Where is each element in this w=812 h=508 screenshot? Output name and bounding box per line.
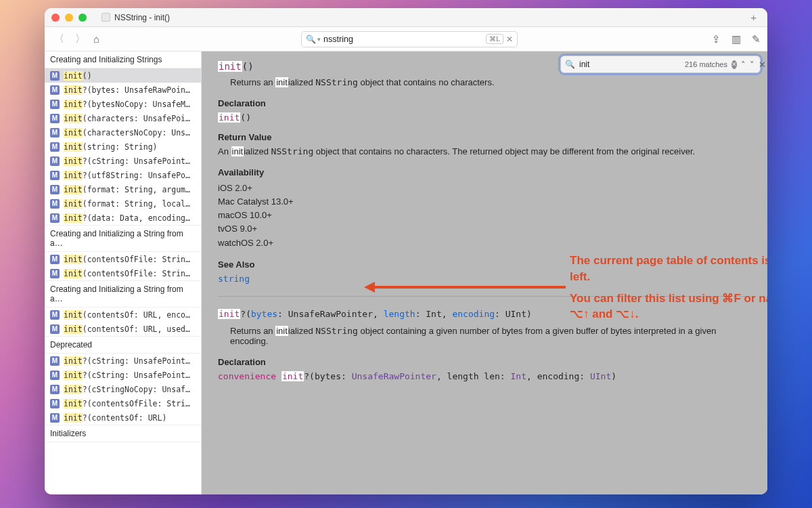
- method-badge-icon: M: [50, 71, 60, 81]
- sidebar-item[interactable]: Minit(contentsOf: URL, enco…: [45, 308, 201, 322]
- sidebar[interactable]: Creating and Initializing StringsMinit()…: [45, 51, 202, 494]
- tab-current[interactable]: NSString - init(): [96, 8, 175, 26]
- sidebar-section-header: Creating and Initializing Strings: [45, 51, 201, 68]
- find-close-button[interactable]: ✕: [759, 60, 766, 70]
- method-badge-icon: M: [50, 310, 60, 320]
- declaration-heading-2: Declaration: [218, 357, 751, 367]
- availability-item: tvOS 9.0+: [218, 222, 751, 236]
- titlebar: NSString - init() +: [45, 8, 767, 27]
- sidebar-item[interactable]: Minit(charactersNoCopy: Uns…: [45, 125, 201, 140]
- close-window-button[interactable]: [51, 14, 60, 22]
- sidebar-item-label: init?(contentsOfFile: Stri…: [64, 399, 190, 408]
- declaration-heading: Declaration: [218, 98, 751, 108]
- sidebar-item[interactable]: Minit?(bytes: UnsafeRawPoin…: [45, 83, 201, 97]
- sidebar-item[interactable]: Minit(format: String, argum…: [45, 182, 201, 196]
- method-badge-icon: M: [50, 371, 60, 380]
- document-icon: [102, 13, 110, 22]
- sidebar-item[interactable]: Minit(contentsOfFile: Strin…: [45, 266, 201, 280]
- sidebar-section-header: Initializers: [45, 425, 201, 442]
- find-bar: 🔍 216 matches ✕ ˄ ˅ ✕: [560, 56, 761, 73]
- sidebar-item[interactable]: Minit?(cString: UnsafePoint…: [45, 368, 201, 382]
- find-clear-button[interactable]: ✕: [731, 60, 737, 69]
- method-badge-icon: M: [50, 199, 60, 209]
- find-match-count: 216 matches: [685, 60, 727, 68]
- availability-item: iOS 2.0+: [218, 182, 751, 195]
- find-input[interactable]: [579, 60, 681, 69]
- sidebar-item-label: init?(bytes: UnsafeRawPoin…: [64, 85, 190, 95]
- sidebar-section-header: Creating and Initializing a String from …: [45, 280, 201, 308]
- share-icon[interactable]: ⇪: [712, 33, 721, 45]
- availability-item: macOS 10.0+: [218, 209, 751, 222]
- bookmarks-icon[interactable]: ▥: [731, 33, 741, 45]
- method-badge-icon: M: [50, 213, 60, 223]
- sidebar-item[interactable]: Minit?(contentsOf: URL): [45, 410, 201, 425]
- toolbar: 〈 〉 ⌂ 🔍 ▾ ⌘L ✕ ⇪ ▥ ✎: [45, 27, 767, 51]
- search-clear-button[interactable]: ✕: [506, 35, 513, 44]
- method-badge-icon: M: [50, 399, 60, 408]
- declaration-code: init(): [218, 112, 751, 123]
- method-badge-icon: M: [50, 185, 60, 194]
- sidebar-item[interactable]: Minit?(cString: UnsafePoint…: [45, 354, 201, 368]
- return-value-heading: Return Value: [218, 132, 751, 142]
- nav-forward-button[interactable]: 〉: [72, 31, 88, 47]
- sidebar-item-label: init?(bytesNoCopy: UnsafeM…: [64, 100, 190, 109]
- sidebar-item-label: init(characters: UnsafePoi…: [64, 114, 190, 123]
- edit-icon[interactable]: ✎: [752, 33, 761, 45]
- return-value-text: An initialized NSString object that cont…: [218, 146, 751, 156]
- sidebar-item[interactable]: Minit(): [45, 68, 201, 83]
- sidebar-item[interactable]: Minit?(bytesNoCopy: UnsafeM…: [45, 97, 201, 111]
- availability-item: watchOS 2.0+: [218, 236, 751, 250]
- method-badge-icon: M: [50, 269, 60, 278]
- home-icon[interactable]: ⌂: [93, 33, 99, 45]
- minimize-window-button[interactable]: [65, 14, 73, 22]
- method-badge-icon: M: [50, 142, 60, 152]
- find-icon: 🔍: [565, 60, 575, 69]
- see-also-heading: See Also: [218, 259, 751, 270]
- app-window: NSString - init() + 〈 〉 ⌂ 🔍 ▾ ⌘L ✕ ⇪ ▥ ✎…: [45, 8, 767, 494]
- sidebar-item-label: init?(cString: UnsafePoint…: [64, 371, 190, 380]
- availability-list: iOS 2.0+Mac Catalyst 13.0+macOS 10.0+tvO…: [218, 182, 751, 250]
- method-badge-icon: M: [50, 114, 60, 123]
- sidebar-item[interactable]: Minit(contentsOfFile: Strin…: [45, 252, 201, 266]
- sidebar-item[interactable]: Minit?(contentsOfFile: Stri…: [45, 396, 201, 410]
- sidebar-item[interactable]: Minit?(cString: UnsafePoint…: [45, 154, 201, 168]
- documentation-body: init() Returns an initialized NSString o…: [202, 51, 767, 395]
- method-badge-icon: M: [50, 85, 60, 95]
- method-badge-icon: M: [50, 385, 60, 394]
- method-badge-icon: M: [50, 255, 60, 264]
- sidebar-item-label: init?(contentsOf: URL): [64, 413, 166, 423]
- method-badge-icon: M: [50, 171, 60, 180]
- sidebar-item-label: init(contentsOf: URL, enco…: [64, 310, 190, 320]
- sidebar-item[interactable]: Minit(characters: UnsafePoi…: [45, 111, 201, 125]
- method-title-2: init?(bytes: UnsafeRawPointer, length: I…: [218, 309, 751, 319]
- find-next-button[interactable]: ˅: [750, 60, 754, 70]
- find-prev-button[interactable]: ˄: [741, 60, 746, 70]
- new-tab-button[interactable]: +: [746, 12, 761, 23]
- search-scope-dropdown-icon[interactable]: ▾: [317, 36, 321, 43]
- zoom-window-button[interactable]: [78, 14, 87, 22]
- sidebar-item[interactable]: Minit?(data: Data, encoding…: [45, 211, 201, 225]
- sidebar-item-label: init(contentsOfFile: Strin…: [64, 255, 190, 264]
- see-also-link[interactable]: string: [218, 274, 250, 284]
- search-field[interactable]: 🔍 ▾ ⌘L ✕: [301, 31, 518, 47]
- sidebar-item[interactable]: Minit(string: String): [45, 140, 201, 154]
- method-summary: Returns an initialized NSString object t…: [230, 77, 751, 87]
- sidebar-item-label: init(contentsOfFile: Strin…: [64, 269, 190, 278]
- sidebar-item-label: init?(data: Data, encoding…: [64, 213, 190, 223]
- sidebar-item[interactable]: Minit(format: String, local…: [45, 196, 201, 211]
- sidebar-item-label: init?(cString: UnsafePoint…: [64, 156, 190, 166]
- sidebar-item-label: init?(utf8String: UnsafePo…: [64, 171, 190, 180]
- sidebar-item-label: init(string: String): [64, 142, 157, 152]
- method-badge-icon: M: [50, 413, 60, 423]
- sidebar-item-label: init(): [64, 71, 92, 81]
- search-input[interactable]: [323, 35, 486, 44]
- traffic-lights: [51, 14, 87, 22]
- tab-title: NSString - init(): [114, 13, 170, 22]
- sidebar-item[interactable]: Minit?(cStringNoCopy: Unsaf…: [45, 382, 201, 396]
- nav-back-button[interactable]: 〈: [51, 31, 67, 47]
- sidebar-section-header: Creating and Initializing a String from …: [45, 225, 201, 252]
- sidebar-item[interactable]: Minit?(utf8String: UnsafePo…: [45, 168, 201, 182]
- sidebar-item[interactable]: Minit(contentsOf: URL, used…: [45, 322, 201, 336]
- content-pane: 🔍 216 matches ✕ ˄ ˅ ✕ init() Returns an …: [202, 51, 767, 494]
- method-badge-icon: M: [50, 324, 60, 334]
